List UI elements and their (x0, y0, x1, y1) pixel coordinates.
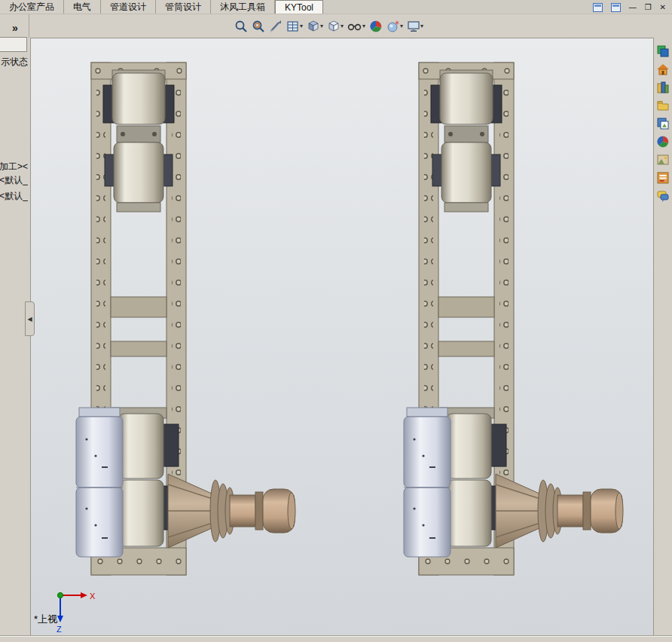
scene-star-glyph: ✳ (395, 20, 400, 26)
custom-properties-icon (656, 171, 670, 185)
file-explorer-button[interactable] (655, 98, 670, 113)
home-icon (656, 63, 670, 76)
display-state-combo-clipped[interactable] (0, 37, 27, 52)
scenes-button[interactable] (655, 152, 670, 167)
custom-properties-button[interactable] (655, 170, 670, 185)
appearances-button[interactable] (655, 134, 670, 149)
glasses-icon (347, 20, 362, 33)
tab-kytool[interactable]: KYTool (275, 0, 323, 14)
forum-icon (656, 189, 670, 203)
expand-panel-button[interactable]: » (12, 22, 18, 34)
edit-appearance-button[interactable] (368, 18, 383, 35)
task-pane (654, 44, 671, 203)
view-palette-icon (656, 117, 670, 130)
design-library-icon (656, 81, 670, 94)
dropdown-caret-icon[interactable]: ▾ (362, 23, 365, 29)
appearances-sphere-icon (656, 135, 670, 148)
tab-tube-design[interactable]: 管筒设计 (156, 0, 211, 14)
dropdown-caret-icon[interactable]: ▾ (320, 23, 323, 29)
solidworks-window: 办公室产品 电气 管道设计 管筒设计 沐风工具箱 KYTool — ❐ ✕ (0, 0, 672, 642)
collapse-arrow-icon: ◀ (27, 316, 32, 323)
display-style-button[interactable]: ▾ (326, 18, 344, 35)
restore-button[interactable]: ❐ (645, 4, 652, 11)
tree-item[interactable]: 加工>< (0, 160, 28, 173)
tree-item[interactable]: <默认_ (0, 174, 28, 187)
minimize-button[interactable]: — (629, 4, 637, 11)
forum-button[interactable] (655, 188, 670, 203)
dropdown-caret-icon[interactable]: ▾ (341, 23, 344, 29)
display-state-label: 示状态 (0, 56, 28, 69)
appearance-sphere-icon (369, 20, 383, 33)
monitor-icon (407, 20, 420, 33)
command-tab-bar: 办公室产品 电气 管道设计 管筒设计 沐风工具箱 KYTool (0, 0, 672, 14)
dropdown-caret-icon[interactable]: ▾ (300, 23, 303, 29)
tab-mufeng-toolbox[interactable]: 沐风工具箱 (211, 0, 275, 14)
zoom-fit-icon (234, 20, 248, 33)
folder-icon (656, 99, 670, 112)
assembly-model-left[interactable] (76, 63, 295, 575)
scenes-icon (656, 153, 670, 167)
hide-show-items-button[interactable]: ▾ (347, 18, 366, 35)
model-scene: X Z (31, 38, 655, 637)
tree-item[interactable]: <默认_ (0, 190, 28, 203)
panel-divider (29, 14, 29, 38)
view-settings-button[interactable]: ▾ (406, 18, 424, 35)
graphics-viewport[interactable]: X Z *上视 (30, 38, 654, 636)
view-orientation-label: *上视 (34, 613, 57, 626)
home-button[interactable] (655, 62, 670, 77)
zoom-fit-button[interactable] (234, 18, 249, 35)
section-view-button[interactable]: ▾ (286, 18, 304, 35)
tab-electrical[interactable]: 电气 (64, 0, 101, 14)
apply-scene-button[interactable]: ✳ ▾ (386, 18, 404, 35)
window-controls: — ❐ ✕ (593, 2, 666, 13)
assembly-model-right[interactable] (404, 63, 623, 575)
view-palette-button[interactable] (655, 116, 670, 131)
section-view-icon (286, 20, 300, 33)
dropdown-caret-icon[interactable]: ▾ (400, 23, 403, 29)
display-style-cube-icon (327, 20, 341, 33)
collapse-panel-tab[interactable]: ◀ (25, 301, 35, 336)
view-orientation-cube-icon (307, 20, 320, 33)
scene-sphere-icon: ✳ (386, 20, 400, 33)
coordinate-triad: X Z (57, 592, 96, 634)
design-library-button[interactable] (655, 80, 670, 95)
triad-x-label: X (90, 592, 96, 601)
pen-icon (269, 20, 283, 33)
resources-icon (656, 44, 670, 58)
pen-tool-button[interactable] (268, 18, 283, 35)
close-button[interactable]: ✕ (660, 4, 666, 11)
zoom-area-button[interactable] (251, 18, 266, 35)
dropdown-caret-icon[interactable]: ▾ (420, 23, 423, 29)
tab-piping-design[interactable]: 管道设计 (101, 0, 156, 14)
panel-window-icon[interactable] (593, 3, 603, 12)
view-orientation-button[interactable]: ▾ (306, 18, 324, 35)
zoom-area-icon (252, 20, 265, 33)
panel-window-icon-2[interactable] (611, 3, 621, 12)
status-bar (0, 636, 672, 642)
tab-office-products[interactable]: 办公室产品 (0, 0, 64, 14)
heads-up-toolbar: ▾ ▾ ▾ ▾ (234, 17, 424, 35)
resources-button[interactable] (655, 44, 670, 59)
